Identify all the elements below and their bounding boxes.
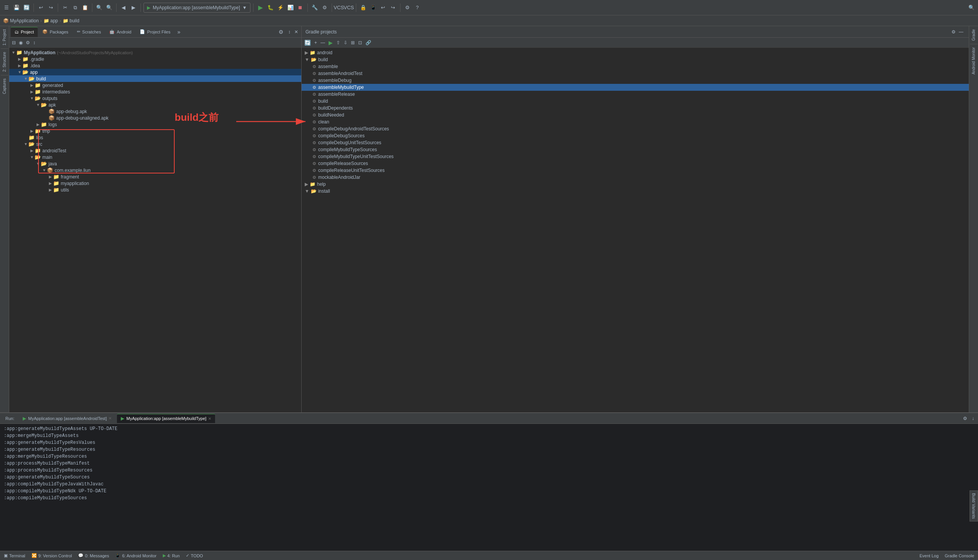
tree-fragment-folder[interactable]: ▶ 📁 fragment <box>9 173 301 180</box>
tab-project[interactable]: 🗂 Project <box>11 27 38 37</box>
tree-root[interactable]: ▼ 📁 MyApplication (~/AndroidStudioProjec… <box>9 49 301 56</box>
gradle-buildDependents[interactable]: ⚙ buildDependents <box>302 105 969 112</box>
toolbar-search-icon[interactable]: 🔍 <box>95 3 103 12</box>
sdk-manager-icon[interactable]: 🔒 <box>359 3 367 12</box>
gradle-build-group[interactable]: ▼ 📂 build <box>302 56 969 63</box>
toolbar-find-icon[interactable]: 🔍 <box>105 3 113 12</box>
gradle-assembleMybuildType[interactable]: ⚙ assembleMybuildType <box>302 84 969 91</box>
status-android-monitor[interactable]: 📱 6: Android Monitor <box>115 553 156 558</box>
toolbar-paste-icon[interactable]: 📋 <box>81 3 89 12</box>
gradle-refresh-icon[interactable]: 🔄 <box>303 40 312 46</box>
coverage-button[interactable]: ⚡ <box>276 3 285 12</box>
toolbar-forward-icon[interactable]: ▶ <box>129 3 138 12</box>
toolbar-copy-icon[interactable]: ⧉ <box>71 3 79 12</box>
panel-expand-icon[interactable]: ↕ <box>287 29 292 35</box>
tab-project-files[interactable]: 📄 Project Files <box>136 27 174 37</box>
tree-apk-unaligned[interactable]: 📦 app-debug-unaligned.apk <box>9 115 301 121</box>
gradle-compileDebugUnitTestSources[interactable]: ⚙ compileDebugUnitTestSources <box>302 139 969 146</box>
toolbar-cut-icon[interactable]: ✂ <box>61 3 69 12</box>
toolbar-sync-icon[interactable]: 🔄 <box>22 3 31 12</box>
status-terminal[interactable]: ▣ Terminal <box>4 553 25 558</box>
gradle-minimize-icon[interactable]: — <box>957 29 965 35</box>
tree-src-folder[interactable]: ▼ 📂 src <box>9 141 301 147</box>
gradle-group-icon[interactable]: ⊞ <box>350 40 356 45</box>
gradle-compileReleaseSources[interactable]: ⚙ compileReleaseSources <box>302 160 969 167</box>
build-variants-label[interactable]: Build Variants <box>970 490 978 522</box>
run-tab2-close[interactable]: ✕ <box>208 417 211 421</box>
gradle-link-icon[interactable]: 🔗 <box>364 40 372 45</box>
breadcrumb-build[interactable]: 📁 build <box>63 18 79 23</box>
gradle-assembleDebug[interactable]: ⚙ assembleDebug <box>302 77 969 84</box>
sidebar-gradle-label[interactable]: Gradle <box>971 28 976 42</box>
tab-packages[interactable]: 📦 Packages <box>38 27 72 37</box>
tree-androidtest-folder[interactable]: ▶ 📁 androidTest <box>9 147 301 154</box>
gradle-help-group[interactable]: ▶ 📁 help <box>302 181 969 188</box>
gradle-add-icon[interactable]: + <box>313 40 318 45</box>
breadcrumb-app[interactable]: 📁 app <box>43 18 58 23</box>
tab-more[interactable]: » <box>175 29 183 35</box>
gradle-compileMybuildTypeSources[interactable]: ⚙ compileMybuildTypeSources <box>302 146 969 153</box>
gradle-filter-icon[interactable]: ⊡ <box>357 40 363 45</box>
avd-manager-icon[interactable]: 📱 <box>369 3 377 12</box>
status-run[interactable]: ▶ 4: Run <box>163 553 180 558</box>
tree-gradle-folder[interactable]: ▶ 📁 .gradle <box>9 56 301 62</box>
status-messages[interactable]: 💬 0: Messages <box>78 553 109 558</box>
project-structure-icon[interactable]: ⚙ <box>320 3 329 12</box>
status-vcs[interactable]: 🔀 9: Version Control <box>32 553 72 558</box>
gradle-buildNeeded[interactable]: ⚙ buildNeeded <box>302 112 969 118</box>
help-icon[interactable]: ? <box>413 3 422 12</box>
run-tab-1[interactable]: ▶ MyApplication:app [assembleAndroidTest… <box>19 414 115 423</box>
tree-libs-folder[interactable]: 📁 libs <box>9 134 301 141</box>
gradle-assembleAndroidTest[interactable]: ⚙ assembleAndroidTest <box>302 70 969 77</box>
gradle-remove-icon[interactable]: — <box>319 40 326 45</box>
gradle-assembleRelease[interactable]: ⚙ assembleRelease <box>302 91 969 98</box>
status-gradle-console[interactable]: Gradle Console <box>945 553 974 558</box>
panel-close-icon[interactable]: ✕ <box>293 29 300 35</box>
sidebar-project-label[interactable]: 1: Project <box>2 28 7 47</box>
gradle-compileMybuildTypeUnitTestSources[interactable]: ⚙ compileMybuildTypeUnitTestSources <box>302 153 969 160</box>
toolbar-locate-icon[interactable]: ◉ <box>18 40 24 45</box>
gradle-settings-icon[interactable]: ⚙ <box>950 29 957 35</box>
tree-tmp-folder[interactable]: ▶ 📁 tmp <box>9 128 301 134</box>
sidebar-android-monitor-label[interactable]: Android Monitor <box>971 46 976 76</box>
global-search-icon[interactable]: 🔍 <box>967 3 976 12</box>
toolbar-expand-icon[interactable]: ↕ <box>32 40 37 45</box>
breadcrumb-myapplication[interactable]: 📦 MyApplication <box>3 18 39 23</box>
gradle-assemble[interactable]: ⚙ assemble <box>302 63 969 70</box>
toolbar-back-icon[interactable]: ◀ <box>119 3 128 12</box>
sidebar-captures-label[interactable]: Captures <box>2 77 7 96</box>
tree-intermediates-folder[interactable]: ▶ 📁 intermediates <box>9 88 301 95</box>
tree-generated-folder[interactable]: ▶ 📁 generated <box>9 82 301 88</box>
status-todo[interactable]: ✓ TODO <box>186 553 203 558</box>
gradle-collapse-icon[interactable]: ⇩ <box>342 40 349 45</box>
toolbar-redo-icon[interactable]: ↪ <box>47 3 55 12</box>
tree-app-folder[interactable]: ▼ 📂 app <box>9 69 301 75</box>
tab-scratches[interactable]: ✏ Scratches <box>73 27 105 37</box>
vcs-icon[interactable]: VCS <box>335 3 343 12</box>
run-tab-2[interactable]: ▶ MyApplication:app [assembleMybuildType… <box>117 414 215 423</box>
gradle-expand-icon[interactable]: ⇧ <box>335 40 341 45</box>
gradle-sync-icon[interactable]: 🔧 <box>310 3 319 12</box>
status-event-log[interactable]: Event Log <box>920 553 939 558</box>
tree-utils-folder[interactable]: ▶ 📁 utils <box>9 187 301 193</box>
run-settings-icon[interactable]: ⚙ <box>961 416 969 421</box>
undo2-icon[interactable]: ↩ <box>379 3 387 12</box>
gradle-install-group[interactable]: ▼ 📂 install <box>302 188 969 195</box>
vcs2-icon[interactable]: VCS <box>345 3 353 12</box>
toolbar-collapse-icon[interactable]: ⊟ <box>11 40 17 45</box>
gradle-run-icon[interactable]: ▶ <box>327 40 334 46</box>
gradle-compileDebugSources[interactable]: ⚙ compileDebugSources <box>302 132 969 139</box>
run-button[interactable]: ▶ <box>256 3 265 12</box>
tree-outputs-folder[interactable]: ▼ 📂 outputs <box>9 95 301 102</box>
gradle-clean[interactable]: ⚙ clean <box>302 118 969 125</box>
sidebar-structure-label[interactable]: 2: Structure <box>2 50 7 73</box>
tree-apk-debug[interactable]: 📦 app-debug.apk <box>9 108 301 115</box>
tree-build-folder[interactable]: ▼ 📂 build <box>9 75 301 82</box>
gradle-mockableAndroidJar[interactable]: ⚙ mockableAndroidJar <box>302 174 969 181</box>
gradle-android-group[interactable]: ▶ 📁 android <box>302 49 969 56</box>
profile-button[interactable]: 📊 <box>286 3 295 12</box>
toolbar-undo-icon[interactable]: ↩ <box>37 3 45 12</box>
toolbar-menu-icon[interactable]: ☰ <box>2 3 11 12</box>
gradle-compileDebugAndroidTestSources[interactable]: ⚙ compileDebugAndroidTestSources <box>302 125 969 132</box>
tree-idea-folder[interactable]: ▶ 📁 .idea <box>9 62 301 69</box>
